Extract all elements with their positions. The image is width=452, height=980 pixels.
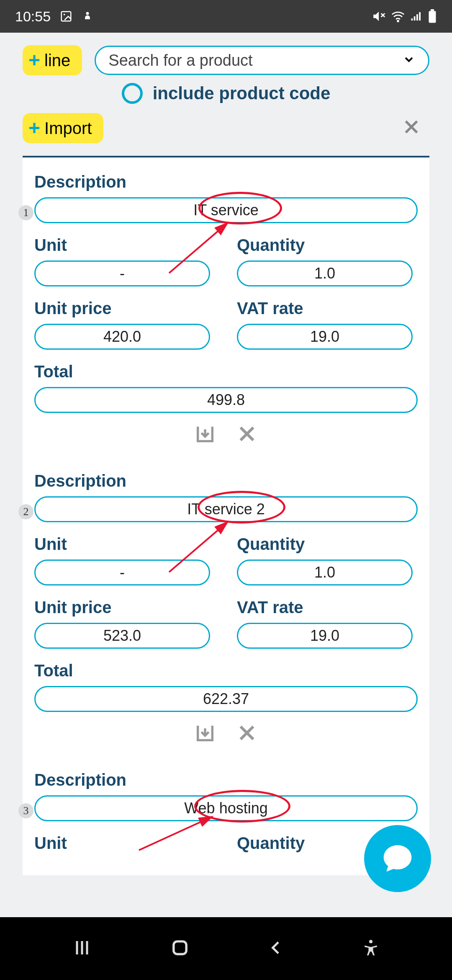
line-item: 1 Description IT service Unit - Quantity… (34, 173, 418, 446)
wifi-icon (391, 9, 405, 23)
unit-price-label: Unit price (34, 299, 215, 318)
vat-rate-input[interactable]: 19.0 (237, 324, 413, 350)
unit-label: Unit (34, 535, 215, 554)
plus-icon: + (28, 50, 40, 70)
unit-input[interactable]: - (34, 260, 210, 286)
import-button[interactable]: + Import (23, 113, 103, 143)
item-number-badge: 2 (18, 504, 33, 519)
line-item: 2 Description IT service 2 Unit - Quanti… (34, 472, 418, 745)
home-nav-button[interactable] (169, 937, 191, 960)
add-line-label: line (44, 51, 70, 70)
status-time: 10:55 (15, 8, 51, 25)
svg-rect-11 (431, 9, 434, 11)
image-icon (60, 10, 72, 23)
vat-rate-input[interactable]: 19.0 (237, 623, 413, 649)
search-product-select[interactable]: Search for a product (95, 46, 429, 75)
description-input[interactable]: IT service 2 (34, 496, 418, 522)
include-product-code-label: include product code (153, 83, 331, 103)
add-line-button[interactable]: + line (23, 45, 82, 75)
svg-rect-10 (429, 11, 436, 23)
delete-item-icon[interactable] (236, 423, 258, 446)
quantity-label: Quantity (237, 236, 418, 255)
vat-rate-label: VAT rate (237, 299, 418, 318)
vat-rate-label: VAT rate (237, 598, 418, 617)
android-nav-bar (0, 917, 452, 980)
accessibility-nav-button[interactable] (362, 939, 380, 959)
svg-rect-7 (414, 16, 416, 21)
close-button[interactable] (398, 115, 425, 142)
svg-rect-9 (419, 12, 421, 21)
svg-rect-8 (416, 14, 418, 21)
plus-icon: + (28, 118, 40, 138)
svg-point-2 (86, 12, 89, 15)
search-placeholder: Search for a product (108, 52, 252, 70)
person-icon (82, 10, 93, 22)
chat-fab-button[interactable] (364, 825, 431, 892)
import-label: Import (44, 119, 92, 138)
battery-icon (428, 9, 437, 23)
back-nav-button[interactable] (268, 939, 285, 958)
quantity-input[interactable]: 1.0 (237, 260, 413, 286)
unit-price-input[interactable]: 420.0 (34, 324, 210, 350)
mute-vibrate-icon (372, 9, 386, 23)
quantity-input[interactable]: 1.0 (237, 560, 413, 585)
status-bar: 10:55 (0, 0, 452, 33)
unit-price-input[interactable]: 523.0 (34, 623, 210, 649)
total-input[interactable]: 622.37 (34, 686, 418, 712)
description-label: Description (34, 173, 418, 191)
unit-label: Unit (34, 236, 215, 255)
svg-point-1 (64, 14, 65, 15)
unit-price-label: Unit price (34, 598, 215, 617)
line-item: 3 Description Web hosting Unit Quantity (34, 771, 418, 859)
svg-point-25 (369, 940, 372, 943)
total-label: Total (34, 362, 418, 381)
signal-icon (410, 10, 423, 23)
recents-nav-button[interactable] (72, 938, 92, 959)
svg-rect-0 (62, 12, 71, 21)
unit-input[interactable]: - (34, 560, 210, 585)
description-label: Description (34, 472, 418, 490)
line-items-card: 1 Description IT service Unit - Quantity… (23, 157, 429, 875)
chat-icon (381, 841, 414, 876)
description-input[interactable]: Web hosting (34, 795, 418, 821)
item-number-badge: 3 (18, 803, 33, 818)
item-number-badge: 1 (18, 205, 33, 220)
total-label: Total (34, 661, 418, 680)
delete-item-icon[interactable] (236, 722, 258, 745)
svg-rect-6 (411, 18, 413, 21)
description-input[interactable]: IT service (34, 197, 418, 223)
chevron-down-icon (402, 53, 416, 68)
quantity-label: Quantity (237, 535, 418, 554)
download-icon[interactable] (194, 423, 216, 446)
include-product-code-radio[interactable] (122, 83, 143, 104)
svg-point-5 (398, 21, 399, 22)
download-icon[interactable] (194, 722, 216, 745)
svg-rect-24 (174, 941, 186, 954)
description-label: Description (34, 771, 418, 789)
unit-label: Unit (34, 834, 215, 853)
total-input[interactable]: 499.8 (34, 387, 418, 413)
